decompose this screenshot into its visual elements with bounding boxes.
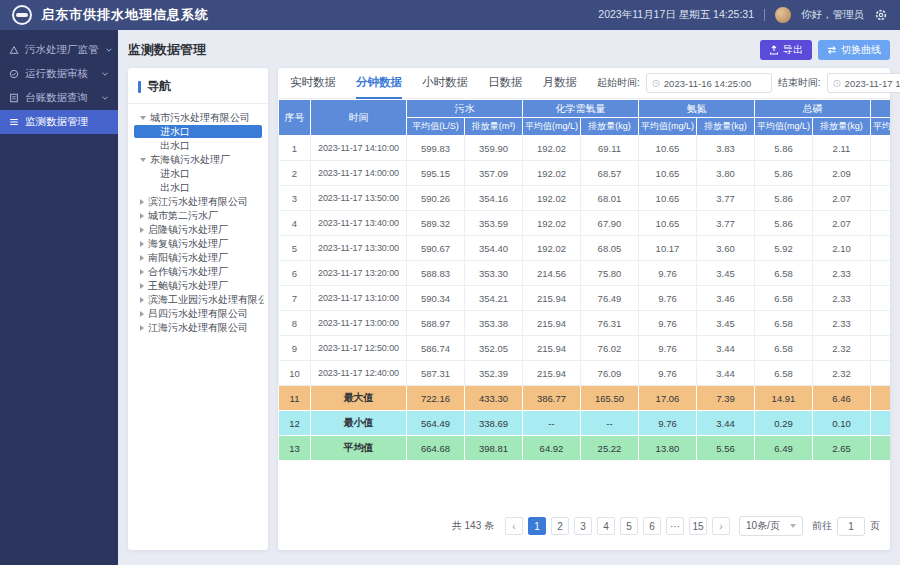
tree-node-port[interactable]: 出水口 [132, 181, 264, 194]
start-time-input[interactable] [664, 78, 766, 89]
sidebar-item-menu[interactable]: 台账数据查询 [0, 86, 118, 110]
cell-value: 9.76 [639, 411, 697, 436]
user-avatar[interactable] [775, 7, 791, 23]
cell-time: 2023-11-17 14:00:00 [311, 161, 407, 186]
tree-node-label: 东海镇污水处理厂 [150, 153, 230, 166]
tree-expanded-icon[interactable] [140, 158, 146, 162]
end-time-picker[interactable] [827, 73, 900, 93]
cell-value: 68.05 [581, 236, 639, 261]
tree-node-plant[interactable]: 合作镇污水处理厂 [132, 265, 264, 278]
cell-value: 6.58 [755, 336, 813, 361]
sidebar-item-active[interactable]: 监测数据管理 [0, 110, 118, 134]
cell-value: 9.76 [639, 261, 697, 286]
tab-item[interactable]: 月数据 [543, 68, 578, 99]
cell-value: 215.94 [523, 336, 581, 361]
goto-page-input[interactable] [837, 517, 865, 536]
tab-item[interactable]: 小时数据 [422, 68, 468, 99]
tree-node-plant[interactable]: 城市污水处理有限公司 [132, 111, 264, 124]
cell-value [871, 411, 891, 436]
tree-collapsed-icon[interactable] [140, 283, 144, 289]
nav-panel: 导航 城市污水处理有限公司进水口出水口东海镇污水处理厂进水口出水口滨江污水处理有… [128, 68, 268, 550]
prev-page-button[interactable]: ‹ [505, 517, 523, 535]
tab-active[interactable]: 分钟数据 [356, 68, 402, 99]
tree-node-plant[interactable]: 东海镇污水处理厂 [132, 153, 264, 166]
page-button[interactable]: 3 [574, 517, 592, 535]
tree-node-plant[interactable]: 启隆镇污水处理厂 [132, 223, 264, 236]
tree-collapsed-icon[interactable] [140, 255, 144, 261]
tab-item[interactable]: 实时数据 [290, 68, 336, 99]
tree-collapsed-icon[interactable] [140, 269, 144, 275]
tree-expanded-icon[interactable] [140, 116, 146, 120]
cell-value: 14.91 [755, 386, 813, 411]
tree-node-port-selected[interactable]: 进水口 [134, 125, 262, 138]
tree-node-port[interactable]: 进水口 [132, 167, 264, 180]
cell-value: 590.26 [407, 186, 465, 211]
page-button[interactable]: 15 [689, 517, 707, 535]
summary-row-min: 12最小值564.49338.69----9.763.440.290.10 [279, 411, 891, 436]
tree-node-label: 出水口 [160, 181, 190, 194]
tree-node-plant[interactable]: 王鲍镇污水处理厂 [132, 279, 264, 292]
tree-collapsed-icon[interactable] [140, 311, 144, 317]
tree-collapsed-icon[interactable] [140, 213, 144, 219]
table-row: 102023-11-17 12:40:00587.31352.39215.947… [279, 361, 891, 386]
top-header-bar: 启东市供排水地理信息系统 2023年11月17日 星期五 14:25:31 你好… [0, 0, 900, 30]
tree-collapsed-icon[interactable] [140, 297, 144, 303]
page-button[interactable]: 2 [551, 517, 569, 535]
cell-value [871, 136, 891, 161]
nav-title-accent-bar [138, 81, 141, 93]
monitor-data-table: 序号时间污水化学需氧量氨氮总磷平均值(L/S)排放量(m³)平均值(mg/L)排… [278, 99, 890, 461]
cell-index: 8 [279, 311, 311, 336]
table-row: 42023-11-17 13:40:00589.32353.59192.0267… [279, 211, 891, 236]
next-page-button[interactable]: › [712, 517, 730, 535]
sidebar: 污水处理厂监管运行数据审核台账数据查询监测数据管理 [0, 30, 118, 565]
cell-value [871, 186, 891, 211]
summary-label: 最大值 [311, 386, 407, 411]
export-button-label: 导出 [783, 43, 803, 57]
tree-node-plant[interactable]: 海复镇污水处理厂 [132, 237, 264, 250]
cell-value: 192.02 [523, 136, 581, 161]
cell-value: 13.80 [639, 436, 697, 461]
cell-value: 2.09 [813, 161, 871, 186]
cell-value: 3.60 [697, 236, 755, 261]
tree-node-plant[interactable]: 吕四污水处理有限公司 [132, 307, 264, 320]
tree-node-plant[interactable]: 南阳镇污水处理厂 [132, 251, 264, 264]
app-logo-icon [12, 5, 32, 25]
tree-node-label: 海复镇污水处理厂 [148, 237, 228, 250]
col-header-time: 时间 [311, 100, 407, 136]
sidebar-item-menu[interactable]: 运行数据审核 [0, 62, 118, 86]
summary-row-avg: 13平均值664.68398.8164.9225.2213.805.566.49… [279, 436, 891, 461]
sidebar-item-menu[interactable]: 污水处理厂监管 [0, 38, 118, 62]
export-button[interactable]: 导出 [760, 40, 812, 60]
end-time-label: 结束时间: [778, 76, 821, 90]
page-ellipsis[interactable]: ··· [666, 517, 684, 535]
start-time-picker[interactable] [646, 73, 772, 93]
chevron-down-icon [101, 94, 109, 102]
tree-collapsed-icon[interactable] [140, 325, 144, 331]
cell-value: -- [523, 411, 581, 436]
cell-value [871, 236, 891, 261]
page-button[interactable]: 1 [528, 517, 546, 535]
cell-value: 586.74 [407, 336, 465, 361]
tree-node-plant[interactable]: 江海污水处理有限公司 [132, 321, 264, 334]
cell-value: 352.05 [465, 336, 523, 361]
tree-node-port[interactable]: 出水口 [132, 139, 264, 152]
cell-value: 3.46 [697, 286, 755, 311]
tree-node-plant[interactable]: 滨江污水处理有限公司 [132, 195, 264, 208]
page-button[interactable]: 5 [620, 517, 638, 535]
cell-value: 352.39 [465, 361, 523, 386]
tab-item[interactable]: 日数据 [488, 68, 523, 99]
page-button[interactable]: 4 [597, 517, 615, 535]
tree-node-plant[interactable]: 城市第二污水厂 [132, 209, 264, 222]
end-time-input[interactable] [845, 78, 900, 89]
cell-value: 5.92 [755, 236, 813, 261]
tree-collapsed-icon[interactable] [140, 199, 144, 205]
tree-collapsed-icon[interactable] [140, 241, 144, 247]
cell-value: 64.92 [523, 436, 581, 461]
tree-node-plant[interactable]: 滨海工业园污水处理有限公司 [132, 293, 264, 306]
page-button[interactable]: 6 [643, 517, 661, 535]
gear-icon[interactable] [874, 8, 888, 22]
switch-curve-button[interactable]: 切换曲线 [818, 40, 890, 60]
tree-node-label: 王鲍镇污水处理厂 [148, 279, 228, 292]
page-size-select[interactable]: 10条/页 [739, 516, 803, 536]
tree-collapsed-icon[interactable] [140, 227, 144, 233]
